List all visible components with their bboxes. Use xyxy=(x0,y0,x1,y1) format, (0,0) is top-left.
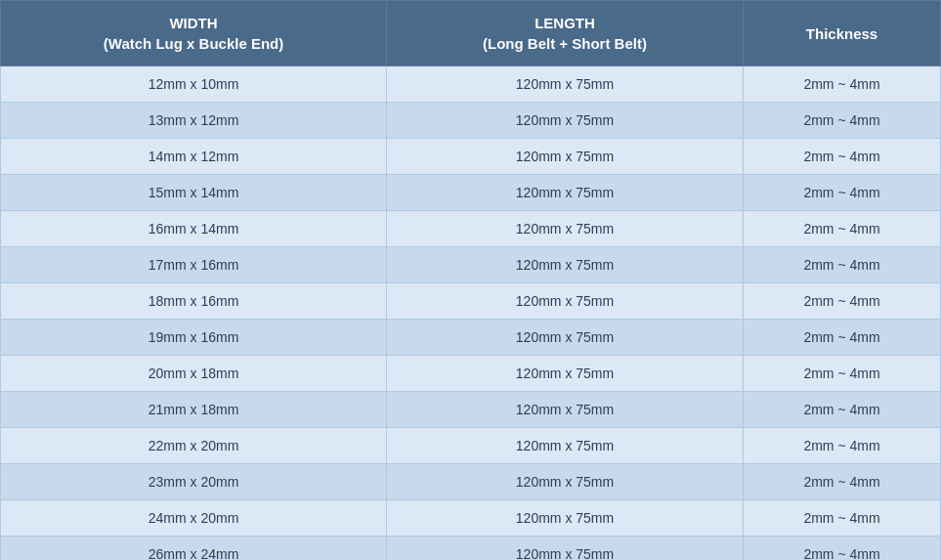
header-length-line1: LENGTH xyxy=(535,15,595,31)
header-width-line2: (Watch Lug x Buckle End) xyxy=(104,35,283,52)
table-row: 17mm x 16mm120mm x 75mm2mm ~ 4mm xyxy=(1,247,941,283)
table-row: 22mm x 20mm120mm x 75mm2mm ~ 4mm xyxy=(1,428,941,464)
cell-length: 120mm x 75mm xyxy=(387,428,744,464)
cell-width: 13mm x 12mm xyxy=(1,103,387,139)
cell-length: 120mm x 75mm xyxy=(387,211,744,247)
cell-width: 18mm x 16mm xyxy=(1,283,387,320)
cell-width: 26mm x 24mm xyxy=(1,537,387,561)
cell-width: 22mm x 20mm xyxy=(1,428,387,464)
table-header-row: WIDTH (Watch Lug x Buckle End) LENGTH (L… xyxy=(1,1,941,66)
table-row: 23mm x 20mm120mm x 75mm2mm ~ 4mm xyxy=(1,464,941,500)
cell-length: 120mm x 75mm xyxy=(387,139,744,175)
cell-length: 120mm x 75mm xyxy=(387,283,744,320)
cell-thickness: 2mm ~ 4mm xyxy=(744,211,941,247)
cell-thickness: 2mm ~ 4mm xyxy=(744,283,941,320)
cell-length: 120mm x 75mm xyxy=(387,66,744,103)
header-thickness: Thickness xyxy=(744,1,941,66)
cell-length: 120mm x 75mm xyxy=(387,464,744,500)
table-row: 20mm x 18mm120mm x 75mm2mm ~ 4mm xyxy=(1,356,941,392)
table-row: 15mm x 14mm120mm x 75mm2mm ~ 4mm xyxy=(1,175,941,211)
cell-length: 120mm x 75mm xyxy=(387,103,744,139)
cell-length: 120mm x 75mm xyxy=(387,247,744,283)
cell-thickness: 2mm ~ 4mm xyxy=(744,500,941,537)
table-row: 12mm x 10mm120mm x 75mm2mm ~ 4mm xyxy=(1,66,941,103)
cell-thickness: 2mm ~ 4mm xyxy=(744,247,941,283)
cell-width: 12mm x 10mm xyxy=(1,66,387,103)
table-row: 26mm x 24mm120mm x 75mm2mm ~ 4mm xyxy=(1,537,941,561)
cell-length: 120mm x 75mm xyxy=(387,175,744,211)
header-width: WIDTH (Watch Lug x Buckle End) xyxy=(1,1,387,66)
table-row: 24mm x 20mm120mm x 75mm2mm ~ 4mm xyxy=(1,500,941,537)
cell-length: 120mm x 75mm xyxy=(387,356,744,392)
cell-thickness: 2mm ~ 4mm xyxy=(744,356,941,392)
cell-width: 15mm x 14mm xyxy=(1,175,387,211)
cell-thickness: 2mm ~ 4mm xyxy=(744,320,941,356)
header-length: LENGTH (Long Belt + Short Belt) xyxy=(387,1,744,66)
table-row: 19mm x 16mm120mm x 75mm2mm ~ 4mm xyxy=(1,320,941,356)
cell-width: 19mm x 16mm xyxy=(1,320,387,356)
table-row: 13mm x 12mm120mm x 75mm2mm ~ 4mm xyxy=(1,103,941,139)
cell-width: 23mm x 20mm xyxy=(1,464,387,500)
cell-length: 120mm x 75mm xyxy=(387,537,744,561)
header-width-line1: WIDTH xyxy=(169,15,217,31)
cell-thickness: 2mm ~ 4mm xyxy=(744,66,941,103)
table-body: 12mm x 10mm120mm x 75mm2mm ~ 4mm13mm x 1… xyxy=(1,66,941,561)
table-row: 18mm x 16mm120mm x 75mm2mm ~ 4mm xyxy=(1,283,941,320)
cell-thickness: 2mm ~ 4mm xyxy=(744,175,941,211)
cell-width: 21mm x 18mm xyxy=(1,392,387,428)
cell-length: 120mm x 75mm xyxy=(387,500,744,537)
cell-thickness: 2mm ~ 4mm xyxy=(744,392,941,428)
cell-width: 20mm x 18mm xyxy=(1,356,387,392)
size-table: WIDTH (Watch Lug x Buckle End) LENGTH (L… xyxy=(0,0,941,560)
cell-thickness: 2mm ~ 4mm xyxy=(744,464,941,500)
cell-thickness: 2mm ~ 4mm xyxy=(744,139,941,175)
main-wrapper: WIDTH (Watch Lug x Buckle End) LENGTH (L… xyxy=(0,0,941,560)
table-row: 14mm x 12mm120mm x 75mm2mm ~ 4mm xyxy=(1,139,941,175)
cell-length: 120mm x 75mm xyxy=(387,392,744,428)
cell-width: 14mm x 12mm xyxy=(1,139,387,175)
table-row: 16mm x 14mm120mm x 75mm2mm ~ 4mm xyxy=(1,211,941,247)
cell-width: 16mm x 14mm xyxy=(1,211,387,247)
table-row: 21mm x 18mm120mm x 75mm2mm ~ 4mm xyxy=(1,392,941,428)
cell-length: 120mm x 75mm xyxy=(387,320,744,356)
cell-thickness: 2mm ~ 4mm xyxy=(744,428,941,464)
cell-thickness: 2mm ~ 4mm xyxy=(744,537,941,561)
cell-width: 24mm x 20mm xyxy=(1,500,387,537)
cell-width: 17mm x 16mm xyxy=(1,247,387,283)
header-length-line2: (Long Belt + Short Belt) xyxy=(483,35,647,52)
cell-thickness: 2mm ~ 4mm xyxy=(744,103,941,139)
